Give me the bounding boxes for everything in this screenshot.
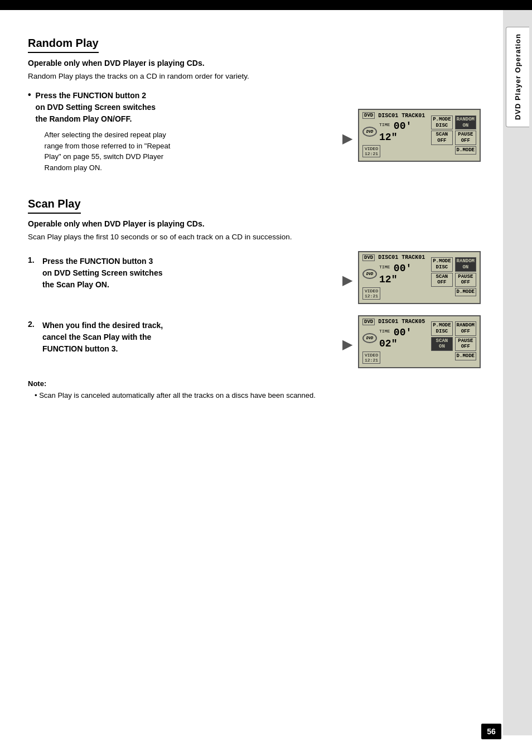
lcd-dmode-3: D.MODE [455,352,476,360]
scan-step1: 1. Press the FUNCTION button 3on DVD Set… [28,256,337,291]
lcd-disc-track-2: DISC01 TRACK01 [378,254,425,261]
random-play-instruction-text: Press the FUNCTION button 2on DVD Settin… [36,90,171,125]
sidebar-tab: DVD Player Operation [506,27,529,127]
note-title: Note: [28,379,481,388]
lcd-pause-2: PAUSEOFF [455,273,476,287]
scan-play-section: Scan Play Operable only when DVD Player … [28,198,481,401]
scan-step2: 2. When you find the desired track,cance… [28,320,337,355]
lcd-dmode-2: D.MODE [455,288,476,296]
sidebar-tab-label: DVD Player Operation [514,33,522,120]
scan-step1-row: 1. Press the FUNCTION button 3on DVD Set… [28,251,481,304]
scan-step2-row: 2. When you find the desired track,cance… [28,315,481,368]
lcd-dvd-2: DVD [362,254,375,261]
lcd-random-1: RANDOMON [455,115,476,130]
lcd-pmode-2: P.MODEDISC [431,257,452,272]
lcd-top-row-2: DVD DISC01 TRACK01 DVD TIME 00' 12" VIDE… [362,254,476,300]
note-bullet: • [35,391,39,399]
lcd-screen-2: DVD DISC01 TRACK01 DVD TIME 00' 12" VIDE… [358,251,481,304]
note-text: • Scan Play is canceled automatically af… [28,390,481,401]
time-prefix-3: TIME [379,329,390,334]
lcd-dmode-1: D.MODE [455,146,476,155]
scan-step1-text: Press the FUNCTION button 3on DVD Settin… [42,256,163,291]
lcd-left-col-1: DVD DISC01 TRACK01 DVD TIME 00' 12" VIDE… [362,112,431,157]
lcd-dvd-1: DVD [362,112,375,119]
random-play-description: Random Play plays the tracks on a CD in … [28,71,481,82]
scan-play-description: Scan Play plays the first 10 seconds or … [28,232,481,243]
time-prefix-2: TIME [379,264,390,269]
dvd-logo-2: DVD [362,269,377,279]
lcd-scan-3: SCANON [431,337,452,351]
lcd-right-col-1: P.MODEDISC RANDOMON SCANOFF PAUSEOFF D.M… [431,115,476,155]
lcd-top-row-3: DVD DISC01 TRACK05 DVD TIME 00' 02" VIDE… [362,319,476,364]
bullet-symbol: • [28,90,31,100]
arrow-right-3: ▶ [342,336,352,352]
lcd-scan-1: SCANOFF [431,131,452,145]
note-body: Scan Play is canceled automatically afte… [39,391,316,399]
arrow-right-1: ▶ [342,131,352,146]
lcd-random-3: RANDOMOFF [455,321,476,336]
lcd-brand-row-3: DVD TIME 00' 02" [362,327,431,349]
lcd-pause-3: PAUSEOFF [455,337,476,351]
lcd-left-col-2: DVD DISC01 TRACK01 DVD TIME 00' 12" VIDE… [362,254,431,300]
page-number: 56 [481,724,501,739]
lcd-right-col-3: P.MODEDISC RANDOMOFF SCANON PAUSEOFF D.M… [431,321,476,360]
lcd-top-row-1: DVD DISC01 TRACK01 DVD TIME 00' 12" VIDE… [362,112,476,157]
top-bar [0,0,532,10]
random-play-section: Random Play Operable only when DVD Playe… [28,37,481,181]
scan-step1-left: 1. Press the FUNCTION button 3on DVD Set… [28,256,337,300]
lcd-pmode-1: P.MODEDISC [431,115,452,130]
scan-step2-text: When you find the desired track,cancel t… [42,320,163,355]
random-play-title: Random Play [28,37,99,53]
lcd-scan-2: SCANOFF [431,273,452,287]
time-prefix-1: TIME [379,123,390,128]
lcd-brand-row-2: DVD TIME 00' 12" [362,263,431,285]
scan-step1-number: 1. [28,256,38,264]
lcd-time-display-3: TIME 00' 02" [379,327,431,349]
lcd-disc-track-3: DISC01 TRACK05 [378,319,425,325]
arrow-right-2: ▶ [342,272,352,288]
scan-step2-number: 2. [28,320,38,329]
scan-step2-left: 2. When you find the desired track,cance… [28,320,337,364]
lcd-right-col-2: P.MODEDISC RANDOMON SCANOFF PAUSEOFF D.M… [431,257,476,296]
random-play-bullet: • Press the FUNCTION button 2on DVD Sett… [28,90,337,173]
main-content: Random Play Operable only when DVD Playe… [0,20,503,440]
lcd-disc-track-1: DISC01 TRACK01 [378,113,425,119]
lcd-video-3: VIDEO12:21 [362,351,380,364]
random-play-subtitle: Operable only when DVD Player is playing… [28,59,481,68]
lcd-video-1: VIDEO12:21 [362,145,380,157]
lcd-screen-3: DVD DISC01 TRACK05 DVD TIME 00' 02" VIDE… [358,315,481,368]
lcd-random-2: RANDOMON [455,257,476,272]
lcd-brand-row-1: DVD TIME 00' 12" [362,121,431,143]
scan-play-subtitle: Operable only when DVD Player is playing… [28,219,481,228]
lcd-video-2: VIDEO12:21 [362,287,380,300]
dvd-logo-1: DVD [362,127,377,137]
scan-note: Note: • Scan Play is canceled automatica… [28,379,481,401]
sidebar: DVD Player Operation [503,10,532,735]
dvd-logo-3: DVD [362,333,377,343]
random-play-instruction-left: • Press the FUNCTION button 2on DVD Sett… [28,90,337,181]
lcd-screen-1: DVD DISC01 TRACK01 DVD TIME 00' 12" VIDE… [358,109,481,162]
scan-play-title: Scan Play [28,198,81,214]
lcd-pmode-3: P.MODEDISC [431,321,452,336]
lcd-time-display-1: TIME 00' 12" [379,121,431,143]
lcd-left-col-3: DVD DISC01 TRACK05 DVD TIME 00' 02" VIDE… [362,319,431,364]
lcd-dvd-3: DVD [362,319,375,325]
lcd-time-display-2: TIME 00' 12" [379,263,431,285]
lcd-pause-1: PAUSEOFF [455,131,476,145]
random-play-instruction-row: • Press the FUNCTION button 2on DVD Sett… [28,90,481,181]
random-play-subnote: After selecting the desired repeat playr… [45,129,171,173]
